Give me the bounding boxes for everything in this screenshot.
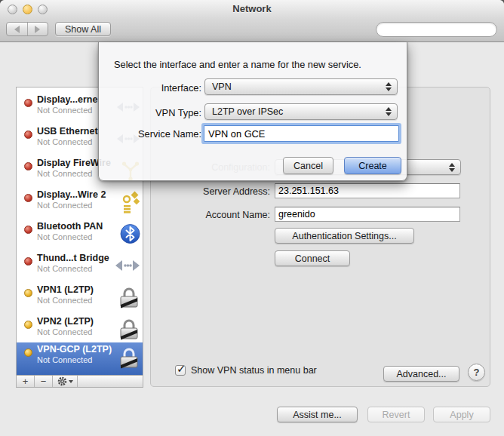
- title-bar: Network Show All: [0, 0, 504, 42]
- status-dot: [24, 289, 32, 297]
- server-address-label: Server Address:: [164, 186, 270, 197]
- chevron-down-icon: [69, 380, 73, 383]
- service-name: VPN1 (L2TP): [37, 284, 116, 295]
- interface-label: Interface:: [109, 82, 201, 94]
- new-service-sheet: Select the interface and enter a name fo…: [98, 42, 407, 181]
- service-status: Not Connected: [37, 264, 116, 273]
- popup-stepper-icon: [449, 163, 455, 172]
- vpn-type-label: VPN Type:: [109, 107, 201, 118]
- service-name: Display...Wire 2: [37, 189, 116, 200]
- service-status: Not Connected: [37, 201, 116, 210]
- forward-button[interactable]: [28, 23, 48, 35]
- service-row-vpn2[interactable]: VPN2 (L2TP) Not Connected: [17, 315, 143, 346]
- service-name: VPN-GCP (L2TP): [37, 344, 116, 355]
- gear-icon: [57, 376, 67, 386]
- lock-icon: [118, 285, 140, 312]
- firewire2-icon: [119, 191, 140, 216]
- service-row-display-firewire-2[interactable]: Display...Wire 2 Not Connected: [17, 188, 143, 220]
- status-dot: [24, 162, 32, 170]
- interface-popup[interactable]: VPN: [204, 78, 398, 95]
- service-name: VPN2 (L2TP): [37, 316, 116, 327]
- search-input[interactable]: [384, 23, 504, 35]
- status-dot: [24, 130, 32, 139]
- status-dot: [24, 321, 32, 329]
- service-status: Not Connected: [37, 327, 116, 336]
- popup-stepper-icon: [386, 82, 392, 91]
- service-row-thunderbolt-bridge[interactable]: Thund...t Bridge Not Connected: [17, 251, 143, 283]
- add-service-button[interactable]: +: [17, 376, 35, 387]
- advanced-button[interactable]: Advanced...: [383, 366, 459, 382]
- service-list-actions: + −: [17, 375, 143, 387]
- thunderbolt-bridge-icon: [115, 259, 140, 275]
- help-button[interactable]: ?: [468, 364, 485, 381]
- remove-service-button[interactable]: −: [35, 376, 53, 387]
- service-status: Not Connected: [37, 232, 116, 241]
- apply-button[interactable]: Apply: [433, 407, 490, 422]
- authentication-settings-button[interactable]: Authentication Settings...: [275, 228, 414, 244]
- service-name: Thund...t Bridge: [37, 253, 116, 263]
- forward-arrow-icon: [35, 26, 40, 33]
- account-name-input[interactable]: [275, 207, 460, 222]
- nav-history-control: [6, 22, 48, 36]
- status-dot: [24, 348, 32, 357]
- interface-popup-value: VPN: [212, 81, 232, 92]
- lock-icon: [118, 345, 140, 373]
- back-arrow-icon: [14, 26, 20, 33]
- server-address-input[interactable]: [275, 183, 460, 198]
- connect-button[interactable]: Connect: [275, 250, 350, 266]
- account-name-label: Account Name:: [164, 210, 270, 220]
- status-dot: [24, 194, 32, 202]
- assist-me-button[interactable]: Assist me...: [277, 407, 358, 422]
- search-field[interactable]: [376, 22, 497, 37]
- vpn-status-checkbox[interactable]: ✓: [175, 365, 186, 376]
- service-actions-button[interactable]: [53, 376, 78, 387]
- service-row-bluetooth-pan[interactable]: Bluetooth PAN Not Connected: [17, 220, 143, 251]
- show-all-button[interactable]: Show All: [55, 22, 111, 36]
- network-preferences-window: Network Show All Display...erne Not Conn…: [0, 0, 504, 436]
- bluetooth-icon: [120, 224, 140, 247]
- service-name: Bluetooth PAN: [37, 221, 116, 232]
- back-button[interactable]: [7, 23, 28, 35]
- popup-stepper-icon: [386, 107, 392, 116]
- checkmark-icon: ✓: [177, 362, 186, 376]
- sheet-message: Select the interface and enter a name fo…: [114, 59, 398, 70]
- cancel-button[interactable]: Cancel: [283, 157, 333, 174]
- service-row-vpn1[interactable]: VPN1 (L2TP) Not Connected: [17, 283, 143, 315]
- service-status: Not Connected: [37, 296, 116, 305]
- status-dot: [24, 257, 32, 266]
- service-status: Not Connected: [37, 355, 116, 364]
- vpn-status-checkbox-label: Show VPN status in menu bar: [191, 365, 317, 376]
- create-button[interactable]: Create: [344, 157, 401, 174]
- revert-button[interactable]: Revert: [367, 407, 425, 422]
- service-name-input[interactable]: [204, 125, 399, 142]
- service-name-label: Service Name:: [109, 128, 201, 140]
- window-title: Network: [0, 3, 504, 14]
- status-dot: [24, 226, 32, 234]
- vpn-type-popup[interactable]: L2TP over IPSec: [204, 103, 398, 120]
- service-row-vpn-gcp[interactable]: VPN-GCP (L2TP) Not Connected: [17, 342, 143, 375]
- vpn-status-checkbox-row: ✓ Show VPN status in menu bar: [175, 365, 317, 376]
- lock-icon: [118, 317, 140, 344]
- status-dot: [24, 99, 32, 107]
- vpn-type-popup-value: L2TP over IPSec: [212, 106, 283, 117]
